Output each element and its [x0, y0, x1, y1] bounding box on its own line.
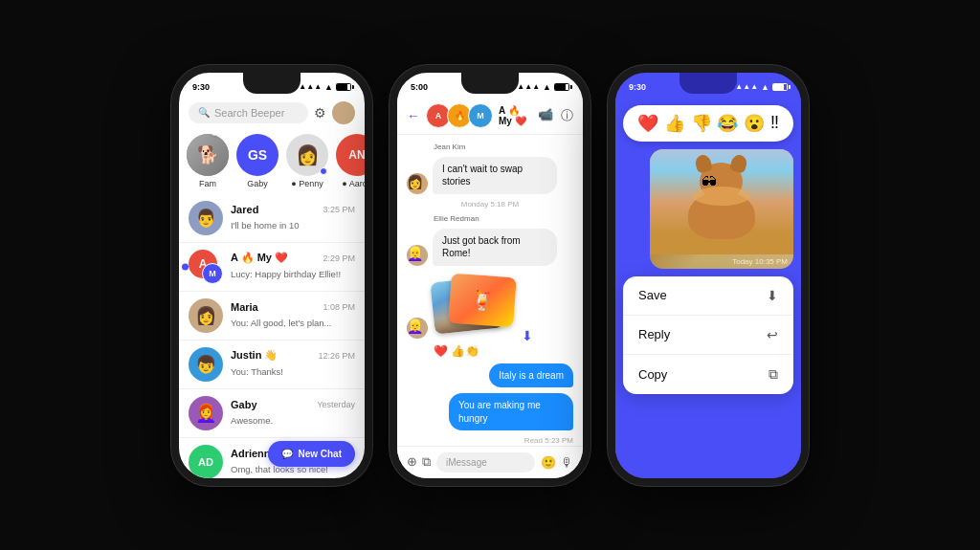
new-chat-button[interactable]: 💬 New Chat — [268, 441, 355, 467]
msg-avatar-ellie-photo: 👱‍♀️ — [407, 318, 428, 339]
bubble-2: Just got back from Rome! — [433, 229, 557, 266]
story-name-penny: ● Penny — [291, 179, 323, 188]
msg-row-outgoing-2: You are making me hungry — [407, 393, 573, 430]
context-item-save[interactable]: Save ⬇ — [623, 276, 793, 315]
bubble-outgoing-2: You are making me hungry — [449, 393, 573, 430]
search-placeholder: Search Beeper — [214, 107, 284, 119]
chat-item-jared[interactable]: 👨 Jared 3:25 PM I'll be home in 10 — [179, 194, 365, 243]
msg-row-outgoing-1: Italy is a dream — [407, 363, 573, 388]
emoji-icon[interactable]: 🙂 — [541, 455, 556, 470]
chat-item-group[interactable]: A M A 🔥 My ❤️ 2:29 PM Lucy: Happy birthd… — [179, 243, 365, 292]
chat-content-maria: Maria 1:08 PM You: All good, let's plan.… — [231, 301, 355, 330]
context-item-copy[interactable]: Copy ⧉ — [623, 354, 793, 394]
chat-preview-justin: You: Thanks! — [231, 366, 283, 377]
image-timestamp: Today 10:35 PM — [650, 254, 793, 269]
bubble-outgoing-1: Italy is a dream — [489, 363, 573, 388]
msg-avatar-jean: 👩 — [407, 173, 428, 194]
header-avatars: A 🔥 M — [426, 103, 493, 128]
reaction-surprised[interactable]: 😮 — [744, 113, 765, 134]
plus-icon[interactable]: ⊕ — [407, 454, 417, 470]
reaction-laugh[interactable]: 😂 — [717, 113, 738, 134]
reaction-thumbsdown[interactable]: 👎 — [691, 113, 712, 134]
story-penny[interactable]: 👩 ● Penny — [286, 134, 328, 188]
new-chat-label: New Chat — [298, 449, 342, 459]
story-avatar-gaby: GS — [236, 134, 278, 176]
wifi-icon-2: ▲ — [543, 82, 551, 92]
wifi-icon: ▲ — [324, 82, 333, 92]
user-avatar[interactable] — [332, 101, 355, 124]
chat-name-gaby2: Gaby — [231, 399, 257, 410]
download-icon[interactable]: ⬇ — [522, 328, 533, 343]
chat-time-gaby2: Yesterday — [317, 400, 355, 409]
unread-dot-group — [182, 263, 189, 270]
reaction-thumbsup[interactable]: 👍 — [664, 113, 685, 134]
signal-icon: ▲▲▲ — [299, 82, 322, 91]
msg-row-1: 👩 I can't wait to swap stories — [407, 157, 573, 194]
chat-time-jared: 3:25 PM — [323, 205, 355, 214]
read-receipt: Read 5:23 PM — [407, 436, 573, 445]
dog-scene: 🕶 — [657, 154, 787, 249]
phone-chat-list: 9:30 ▲▲▲ ▲ 🔍 Search Beeper ⚙ — [171, 65, 372, 486]
status-icons-3: ▲▲▲ ▲ — [735, 82, 788, 92]
search-icon: 🔍 — [198, 107, 210, 118]
photo-card-drink: 🍹 — [448, 273, 516, 327]
status-time-2: 5:00 — [411, 82, 428, 92]
message-input[interactable]: iMessage — [436, 452, 535, 473]
context-item-reply[interactable]: Reply ↩ — [623, 315, 793, 354]
photo-message-row: 👱‍♀️ 🍹 ⬇ — [407, 272, 573, 339]
conversation-title: A 🔥 My ❤️ — [499, 105, 532, 126]
input-left-icons: ⊕ ⧉ — [407, 454, 431, 470]
chat-preview-jared: I'll be home in 10 — [231, 220, 300, 231]
chat-name-group: A 🔥 My ❤️ — [231, 252, 288, 264]
status-icons-1: ▲▲▲ ▲ — [299, 82, 351, 92]
save-icon: ⬇ — [767, 288, 778, 303]
context-menu: Save ⬇ Reply ↩ Copy ⧉ — [623, 276, 793, 394]
phone-notch-3 — [679, 73, 737, 94]
search-bar-row: 🔍 Search Beeper ⚙ — [179, 98, 365, 128]
mic-icon[interactable]: 🎙 — [561, 455, 573, 470]
chat-name-maria: Maria — [231, 301, 258, 313]
chat-item-maria[interactable]: 👩 Maria 1:08 PM You: All good, let's pla… — [179, 292, 365, 341]
story-name-gaby: Gaby — [247, 179, 268, 188]
header-avatar-my: M — [468, 103, 493, 128]
phone-context-menu: 9:30 ▲▲▲ ▲ ❤️ 👍 👎 😂 😮 ‼️ — [608, 65, 809, 486]
chat-list: 👨 Jared 3:25 PM I'll be home in 10 A — [179, 194, 365, 478]
photo-stack-container: 🍹 ⬇ — [433, 272, 528, 339]
imessage-placeholder: iMessage — [446, 457, 487, 468]
chat-item-justin[interactable]: 👦 Justin 👋 12:26 PM You: Thanks! — [179, 341, 365, 389]
conversation-header: ← A 🔥 M A 🔥 My ❤️ 📹 ⓘ — [397, 98, 583, 135]
reply-icon: ↩ — [767, 327, 778, 342]
chat-avatar-maria: 👩 — [189, 298, 223, 333]
phone-notch — [243, 73, 301, 94]
new-chat-icon: 💬 — [281, 449, 293, 459]
bubble-1: I can't wait to swap stories — [433, 157, 557, 194]
story-fam[interactable]: 🐕 Did you getan iPhone?! Fam — [187, 134, 229, 188]
story-name-fam: Fam — [199, 179, 216, 188]
story-aaron[interactable]: AN ● Aaron — [336, 134, 365, 188]
stories-row: 🐕 Did you getan iPhone?! Fam GS Gaby — [179, 128, 365, 194]
story-avatar-aaron: AN — [336, 134, 365, 176]
search-bar[interactable]: 🔍 Search Beeper — [189, 102, 308, 123]
phone2-content: ← A 🔥 M A 🔥 My ❤️ 📹 ⓘ Jean Kim 👩 I can't… — [397, 98, 583, 478]
chat-preview-maria: You: All good, let's plan... — [231, 318, 332, 328]
settings-icon[interactable]: ⚙ — [314, 105, 326, 121]
image-message-card: 🕶 Today 10:35 PM — [650, 149, 793, 269]
battery-icon-3 — [772, 83, 788, 91]
chat-preview-gaby2: Awesome. — [231, 415, 273, 426]
reaction-heart[interactable]: ❤️ — [637, 113, 658, 134]
dog-ear-right — [729, 153, 748, 174]
phone-notch-2 — [461, 73, 519, 94]
apps-icon[interactable]: ⧉ — [422, 454, 431, 470]
dog-chest — [693, 187, 750, 206]
status-time-3: 9:30 — [629, 82, 646, 92]
reaction-exclaim[interactable]: ‼️ — [770, 113, 779, 133]
chat-item-gaby2[interactable]: 👩‍🦰 Gaby Yesterday Awesome. — [179, 389, 365, 438]
reaction-row: ❤️ 👍👏 — [407, 344, 573, 358]
story-gaby[interactable]: GS Gaby — [236, 134, 278, 188]
sender-label-jean: Jean Kim — [407, 143, 573, 151]
dog-photo: 🕶 — [650, 149, 793, 254]
back-button[interactable]: ← — [407, 108, 420, 123]
info-icon[interactable]: ⓘ — [561, 107, 573, 124]
image-message-wrapper: 🕶 Today 10:35 PM — [623, 149, 793, 269]
video-call-icon[interactable]: 📹 — [538, 107, 553, 124]
